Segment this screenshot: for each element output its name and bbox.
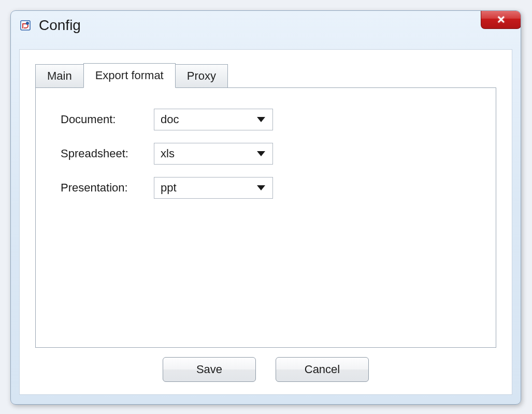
document-value: doc: [161, 113, 179, 126]
chevron-down-icon: [257, 185, 265, 190]
spreadsheet-label: Spreadsheet:: [61, 147, 154, 160]
app-icon: [19, 19, 32, 32]
document-combobox[interactable]: doc: [154, 109, 273, 130]
titlebar: Config ✕: [11, 11, 521, 40]
client-area: Main Export format Proxy Document: doc S…: [19, 49, 512, 395]
save-button[interactable]: Save: [163, 357, 256, 382]
presentation-value: ppt: [161, 181, 177, 195]
tab-proxy-label: Proxy: [187, 69, 216, 83]
window-title: Config: [39, 17, 81, 34]
config-dialog: Config ✕ Main Export format Proxy Docume…: [10, 10, 521, 405]
cancel-button-label: Cancel: [305, 363, 340, 376]
presentation-combobox[interactable]: ppt: [154, 177, 273, 199]
tab-export-format[interactable]: Export format: [83, 63, 176, 88]
close-icon: ✕: [497, 13, 506, 26]
tab-export-format-label: Export format: [95, 69, 164, 82]
chevron-down-icon: [257, 151, 265, 156]
svg-rect-0: [21, 21, 30, 30]
tab-strip: Main Export format Proxy: [35, 64, 227, 89]
close-button[interactable]: ✕: [481, 10, 521, 29]
row-document: Document: doc: [61, 109, 471, 130]
svg-point-1: [26, 22, 29, 25]
row-spreadsheet: Spreadsheet: xls: [61, 143, 471, 165]
spreadsheet-value: xls: [161, 147, 175, 160]
export-format-panel: Document: doc Spreadsheet: xls Presentat…: [35, 87, 496, 348]
tab-main-label: Main: [47, 69, 72, 83]
presentation-label: Presentation:: [61, 181, 154, 195]
document-label: Document:: [61, 113, 154, 126]
dialog-buttons: Save Cancel: [20, 357, 512, 382]
tab-proxy[interactable]: Proxy: [175, 64, 228, 88]
spreadsheet-combobox[interactable]: xls: [154, 143, 273, 165]
chevron-down-icon: [257, 117, 265, 122]
save-button-label: Save: [196, 363, 222, 376]
row-presentation: Presentation: ppt: [61, 177, 471, 199]
tab-main[interactable]: Main: [35, 64, 84, 88]
cancel-button[interactable]: Cancel: [276, 357, 369, 382]
